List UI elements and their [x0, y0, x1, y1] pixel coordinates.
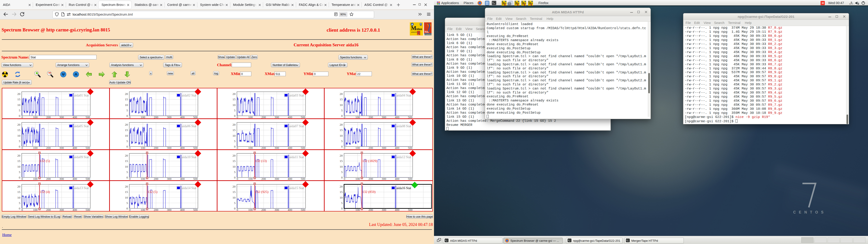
- svg-text:400: 400: [180, 208, 185, 211]
- svg-text:300: 300: [274, 116, 279, 119]
- svg-text:aida06 Stat: aida06 Stat: [182, 124, 196, 128]
- svg-text:0: 0: [237, 177, 238, 181]
- svg-text:idas: idas: [416, 27, 422, 31]
- svg-text:15: 15: [232, 128, 236, 132]
- svg-text:200: 200: [261, 177, 266, 181]
- svg-text:0: 0: [234, 114, 236, 118]
- svg-text:300: 300: [274, 146, 279, 150]
- svg-text:15: 15: [125, 128, 128, 132]
- svg-text:0: 0: [19, 176, 20, 179]
- svg-text:15: 15: [340, 98, 343, 101]
- svg-text:132 (4): 132 (4): [40, 190, 50, 194]
- svg-text:0: 0: [237, 116, 238, 119]
- svg-text:idas: idas: [530, 2, 533, 4]
- svg-text:15: 15: [340, 128, 343, 132]
- svg-text:100: 100: [141, 208, 145, 211]
- svg-text:132 (5): 132 (5): [148, 190, 158, 194]
- svg-text:200: 200: [368, 177, 373, 181]
- svg-text:132 (859): 132 (859): [362, 190, 376, 194]
- svg-text:300: 300: [167, 146, 172, 150]
- svg-text:5: 5: [19, 170, 20, 174]
- svg-text:aida11 Stat: aida11 Stat: [289, 155, 304, 159]
- svg-text:400: 400: [72, 116, 77, 119]
- svg-text:15: 15: [340, 159, 343, 163]
- svg-text:5: 5: [126, 140, 128, 143]
- svg-text:100: 100: [141, 146, 145, 150]
- svg-text:500: 500: [193, 208, 198, 211]
- svg-text:10: 10: [232, 134, 236, 138]
- svg-text:500: 500: [193, 146, 198, 150]
- svg-text:aida14 Stat: aida14 Stat: [182, 186, 196, 190]
- svg-text:aida16 Stat: aida16 Stat: [397, 186, 411, 190]
- svg-text:0: 0: [341, 145, 343, 148]
- svg-text:200: 200: [46, 208, 51, 211]
- svg-text:100: 100: [248, 146, 253, 150]
- svg-text:0: 0: [344, 208, 345, 211]
- svg-text:400: 400: [72, 177, 77, 181]
- svg-text:10: 10: [125, 165, 128, 168]
- svg-text:200: 200: [261, 208, 266, 211]
- svg-text:400: 400: [395, 177, 399, 181]
- svg-text:M: M: [411, 25, 416, 31]
- svg-text:500: 500: [408, 116, 412, 119]
- svg-text:aida15 Stat: aida15 Stat: [289, 186, 304, 190]
- svg-text:10: 10: [18, 165, 21, 168]
- svg-text:TCL: TCL: [417, 34, 419, 35]
- svg-text:0: 0: [126, 207, 128, 210]
- svg-text:20: 20: [340, 123, 343, 126]
- svg-text:0: 0: [126, 176, 128, 179]
- svg-text:idas: idas: [523, 2, 526, 4]
- svg-text:200: 200: [46, 146, 51, 150]
- svg-text:400: 400: [395, 146, 399, 150]
- svg-text:aida08 Stat: aida08 Stat: [397, 124, 411, 128]
- svg-text:300: 300: [381, 177, 386, 181]
- svg-text:300: 300: [381, 208, 386, 211]
- svg-text:0: 0: [126, 114, 128, 118]
- svg-text:500: 500: [301, 116, 305, 119]
- svg-text:0: 0: [22, 146, 23, 150]
- svg-text:300: 300: [59, 146, 64, 150]
- svg-text:500: 500: [86, 177, 90, 181]
- svg-text:idas: idas: [517, 2, 520, 4]
- svg-text:300: 300: [167, 177, 172, 181]
- svg-text:aida13 Stat: aida13 Stat: [74, 186, 89, 190]
- svg-text:5: 5: [234, 109, 236, 112]
- svg-text:300: 300: [381, 116, 386, 119]
- svg-text:100: 100: [248, 177, 253, 181]
- svg-text:400: 400: [180, 146, 185, 150]
- svg-text:100: 100: [33, 208, 38, 211]
- svg-text:0: 0: [19, 207, 20, 210]
- svg-text:aida09 Stat: aida09 Stat: [74, 155, 89, 159]
- svg-text:100: 100: [355, 116, 360, 119]
- svg-text:0: 0: [237, 208, 238, 211]
- svg-text:0: 0: [237, 146, 238, 150]
- svg-text:15: 15: [18, 190, 21, 194]
- svg-text:20: 20: [232, 154, 236, 157]
- svg-text:100: 100: [355, 177, 360, 181]
- svg-text:0: 0: [22, 177, 23, 181]
- svg-text:20: 20: [18, 154, 21, 157]
- svg-text:0: 0: [129, 177, 131, 181]
- svg-text:500: 500: [301, 177, 305, 181]
- svg-text:15: 15: [125, 159, 128, 163]
- svg-text:100: 100: [355, 146, 360, 150]
- svg-text:500: 500: [86, 116, 90, 119]
- svg-text:200: 200: [368, 116, 373, 119]
- svg-text:15: 15: [18, 159, 21, 163]
- svg-text:10: 10: [232, 103, 236, 106]
- svg-text:100: 100: [33, 116, 38, 119]
- svg-text:20: 20: [232, 123, 236, 126]
- svg-text:aida04 Stat: aida04 Stat: [397, 94, 411, 97]
- svg-text:400: 400: [287, 208, 292, 211]
- svg-text:5: 5: [341, 201, 343, 205]
- svg-text:500: 500: [86, 208, 90, 211]
- svg-text:400: 400: [180, 177, 185, 181]
- svg-text:10: 10: [340, 134, 343, 138]
- svg-text:15: 15: [125, 98, 128, 101]
- svg-text:powered by: powered by: [411, 31, 417, 33]
- svg-text:10: 10: [340, 103, 343, 106]
- svg-text:200: 200: [368, 146, 373, 150]
- svg-text:10: 10: [125, 103, 128, 106]
- svg-text:10: 10: [125, 196, 128, 199]
- svg-text:20: 20: [232, 185, 236, 188]
